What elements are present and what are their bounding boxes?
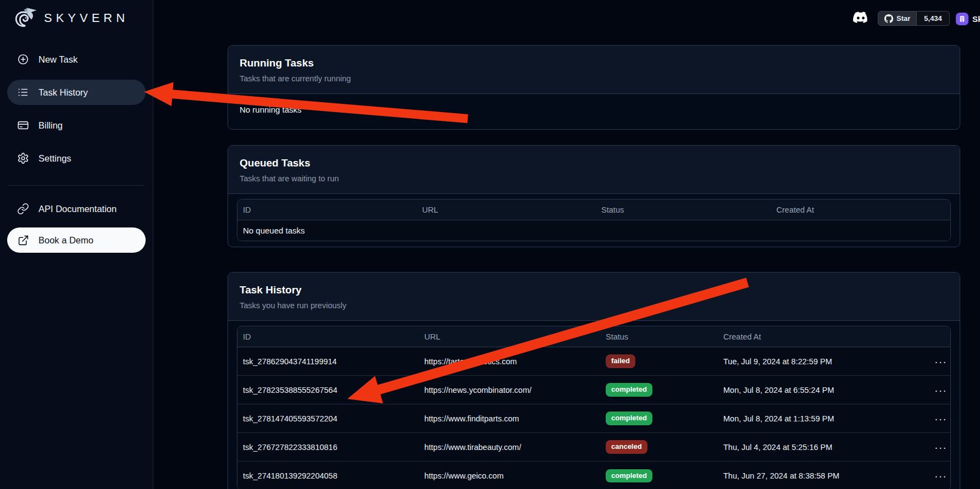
task-history-table: ID URL Status Created At tsk_27862904374…: [237, 326, 951, 489]
column-header-url: URL: [419, 326, 600, 347]
task-url-cell: https://news.ycombinator.com/: [419, 376, 600, 404]
sidebar-item-task-history[interactable]: Task History: [7, 80, 146, 105]
sidebar-item-label: Book a Demo: [38, 235, 93, 246]
status-badge: failed: [606, 354, 635, 368]
task-id-cell: tsk_278147405593572204: [237, 404, 419, 433]
row-actions-button[interactable]: ···: [931, 412, 950, 425]
plus-circle-icon: [17, 53, 29, 65]
task-created-at-cell: Mon, Jul 8, 2024 at 6:55:24 PM: [718, 376, 899, 404]
task-status-cell: completed: [600, 404, 718, 433]
column-header-status: Status: [600, 326, 718, 347]
card-subtitle: Tasks you have run previously: [240, 301, 948, 310]
card-title: Running Tasks: [240, 57, 948, 69]
task-url-cell: https://www.geico.com: [419, 462, 600, 489]
sidebar-item-billing[interactable]: Billing: [7, 113, 146, 138]
status-badge: completed: [606, 383, 652, 396]
column-header-id: ID: [237, 326, 419, 347]
github-star-button[interactable]: Star: [878, 11, 917, 26]
sidebar-item-new-task[interactable]: New Task: [7, 47, 146, 72]
task-actions-cell: ···: [899, 462, 950, 489]
running-tasks-header: Running Tasks Tasks that are currently r…: [228, 46, 960, 94]
card-title: Queued Tasks: [240, 157, 948, 169]
row-actions-button[interactable]: ···: [931, 355, 950, 368]
book-a-demo-button[interactable]: Book a Demo: [7, 227, 146, 253]
task-url-cell: https://www.tirabeauty.com/: [419, 433, 600, 462]
sidebar-item-api-documentation[interactable]: API Documentation: [7, 196, 146, 221]
task-actions-cell: ···: [899, 376, 950, 404]
sidebar-item-settings[interactable]: Settings: [7, 146, 146, 171]
task-created-at-cell: Thu, Jun 27, 2024 at 8:38:58 PM: [718, 462, 899, 489]
dragon-logo-icon: [13, 5, 38, 31]
column-header-actions: [899, 326, 950, 347]
queued-tasks-card: Queued Tasks Tasks that are waiting to r…: [228, 145, 960, 247]
task-status-cell: failed: [600, 347, 718, 376]
task-history-header: Task History Tasks you have run previous…: [228, 273, 960, 321]
task-actions-cell: ···: [899, 347, 950, 376]
sidebar-item-label: New Task: [38, 54, 77, 65]
row-actions-button[interactable]: ···: [931, 441, 950, 454]
task-id-cell: tsk_274180139292204058: [237, 462, 419, 489]
user-name-label[interactable]: Sk: [972, 14, 980, 24]
table-header-row: ID URL Status Created At: [237, 326, 950, 347]
github-icon: [884, 14, 893, 23]
history-table-body: tsk_278629043741199914https://tartecosme…: [237, 347, 950, 489]
user-avatar[interactable]: [956, 13, 968, 25]
task-created-at-cell: Tue, Jul 9, 2024 at 8:22:59 PM: [718, 347, 899, 376]
list-icon: [17, 86, 29, 98]
empty-row: No queued tasks: [237, 220, 950, 241]
sidebar-nav: New Task Task History Billing Settings: [0, 47, 153, 253]
gear-icon: [17, 152, 29, 164]
table-row[interactable]: tsk_276727822333810816https://www.tirabe…: [237, 433, 950, 462]
github-star-widget: Star 5,434: [878, 11, 950, 26]
sidebar-item-label: API Documentation: [38, 204, 117, 214]
status-badge: completed: [606, 412, 652, 425]
table-row[interactable]: tsk_274180139292204058https://www.geico.…: [237, 462, 950, 489]
skyvern-logo[interactable]: SKYVERN: [13, 5, 129, 31]
table-header-row: ID URL Status Created At: [237, 199, 950, 220]
table-row[interactable]: tsk_278235388555267564https://news.ycomb…: [237, 376, 950, 404]
task-history-card: Task History Tasks you have run previous…: [228, 272, 960, 489]
sidebar-item-label: Task History: [38, 87, 88, 98]
task-status-cell: canceled: [600, 433, 718, 462]
task-id-cell: tsk_276727822333810816: [237, 433, 419, 462]
column-header-url: URL: [417, 199, 596, 220]
sidebar-item-label: Billing: [38, 120, 63, 131]
column-header-created-at: Created At: [718, 326, 899, 347]
github-star-label: Star: [896, 14, 910, 23]
status-badge: completed: [606, 469, 652, 482]
queued-tasks-header: Queued Tasks Tasks that are waiting to r…: [228, 146, 960, 194]
github-star-count[interactable]: 5,434: [917, 11, 950, 26]
status-badge: canceled: [606, 440, 647, 453]
row-actions-button[interactable]: ···: [931, 384, 950, 397]
queued-tasks-table: ID URL Status Created At No queued tasks: [237, 199, 951, 241]
card-subtitle: Tasks that are currently running: [240, 74, 948, 83]
task-created-at-cell: Mon, Jul 8, 2024 at 1:13:59 PM: [718, 404, 899, 433]
table-row[interactable]: tsk_278147405593572204https://www.findit…: [237, 404, 950, 433]
column-header-id: ID: [237, 199, 417, 220]
sidebar-item-label: Settings: [38, 153, 71, 164]
column-header-created-at: Created At: [771, 199, 950, 220]
task-actions-cell: ···: [899, 433, 950, 462]
task-id-cell: tsk_278235388555267564: [237, 376, 419, 404]
external-link-icon: [17, 234, 29, 246]
no-running-tasks-text: No running tasks: [228, 94, 960, 125]
task-created-at-cell: Thu, Jul 4, 2024 at 5:25:16 PM: [718, 433, 899, 462]
card-subtitle: Tasks that are waiting to run: [240, 174, 948, 183]
organization-building-icon: [959, 15, 966, 23]
sidebar-divider: [8, 185, 145, 186]
card-title: Task History: [240, 284, 948, 296]
column-header-status: Status: [596, 199, 771, 220]
logo-wordmark: SKYVERN: [44, 11, 129, 25]
link-icon: [17, 203, 29, 215]
skyvern-app: { "colors": { "arrow": "#f03513", "avata…: [0, 0, 980, 489]
discord-icon[interactable]: [852, 12, 869, 25]
task-status-cell: completed: [600, 376, 718, 404]
task-id-cell: tsk_278629043741199914: [237, 347, 419, 376]
sidebar: SKYVERN New Task Task History Billing Se…: [0, 0, 153, 489]
task-status-cell: completed: [600, 462, 718, 489]
credit-card-icon: [17, 119, 29, 131]
running-tasks-card: Running Tasks Tasks that are currently r…: [228, 45, 960, 130]
table-row[interactable]: tsk_278629043741199914https://tartecosme…: [237, 347, 950, 376]
task-url-cell: https://tartecosmetics.com: [419, 347, 600, 376]
row-actions-button[interactable]: ···: [931, 469, 950, 482]
